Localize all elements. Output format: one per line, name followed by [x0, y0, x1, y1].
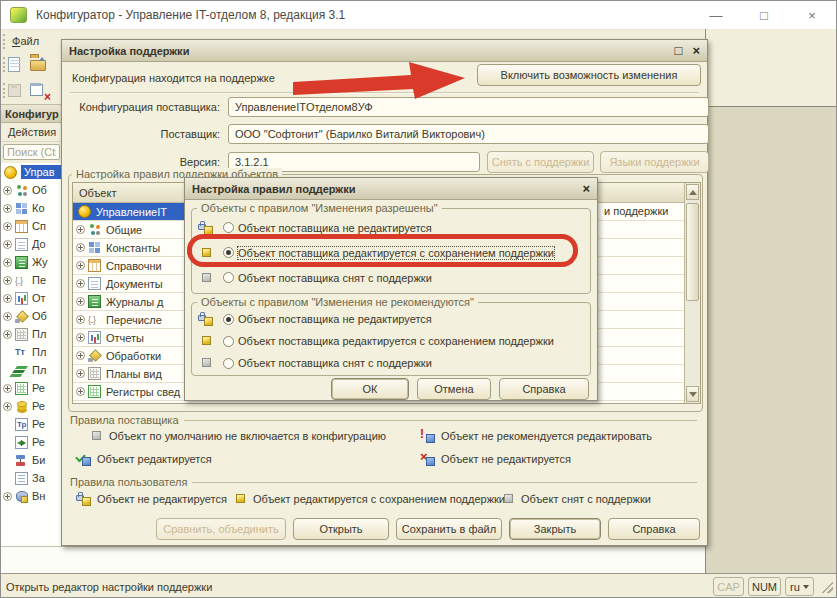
expand-icon[interactable]: [3, 186, 12, 195]
radio-option[interactable]: Объект поставщика редактируется с сохран…: [192, 330, 590, 352]
language-indicator[interactable]: ru: [785, 577, 814, 596]
sidebar-item-catalogs[interactable]: Сп: [1, 217, 61, 235]
sidebar-item-reg-info[interactable]: Ре: [1, 379, 61, 397]
radio-option[interactable]: Объект поставщика снят с поддержки: [192, 265, 590, 290]
cancel-button[interactable]: Отмена: [417, 378, 491, 400]
window-title: Конфигуратор - Управление IT-отделом 8, …: [36, 8, 345, 22]
compare-merge-button[interactable]: Сравнить, объединить: [156, 518, 286, 540]
expand-icon[interactable]: [76, 387, 85, 396]
radio-icon[interactable]: [223, 336, 234, 347]
save-to-file-button[interactable]: Сохранить в файл: [396, 518, 502, 540]
sidebar-item-journals[interactable]: Жу: [1, 253, 61, 271]
radio-icon[interactable]: [223, 222, 234, 233]
sidebar-item-plan-layers[interactable]: Пл: [1, 361, 61, 379]
scroll-down-button[interactable]: [686, 386, 699, 402]
toolbar-grip[interactable]: [3, 57, 5, 72]
dialog-close-button[interactable]: ×: [582, 182, 590, 195]
toolbar-grip[interactable]: [3, 83, 5, 98]
help-button[interactable]: Справка: [499, 378, 589, 400]
close-dialog-button[interactable]: Закрыть: [509, 518, 601, 540]
expand-icon[interactable]: [76, 369, 85, 378]
help-button[interactable]: Справка: [608, 518, 700, 540]
expand-icon[interactable]: [3, 204, 12, 213]
sidebar-item-root[interactable]: Управ: [1, 163, 61, 181]
maximize-button[interactable]: □: [740, 1, 788, 29]
radio-option[interactable]: Объект поставщика редактируется с сохран…: [192, 240, 590, 265]
sidebar-item-reports[interactable]: От: [1, 289, 61, 307]
dialog-titlebar[interactable]: Настройка правил поддержки ×: [185, 178, 597, 200]
expand-icon[interactable]: [76, 297, 85, 306]
sidebar-item-constants[interactable]: Ко: [1, 199, 61, 217]
sidebar-item-plans[interactable]: Пл: [1, 325, 61, 343]
expand-icon[interactable]: [3, 276, 12, 285]
support-languages-button[interactable]: Языки поддержки: [600, 151, 709, 173]
sidebar-item-reg-acct[interactable]: Ре: [1, 433, 61, 451]
ok-button[interactable]: ОК: [331, 378, 409, 400]
open-button[interactable]: [30, 57, 47, 72]
toolbar-grip[interactable]: [3, 34, 5, 49]
sidebar-item-ext-datasources[interactable]: Вн: [1, 487, 61, 505]
menu-file[interactable]: Файл: [8, 34, 43, 48]
sidebar-item-documents[interactable]: До: [1, 235, 61, 253]
expand-icon[interactable]: [3, 384, 12, 393]
sidebar-item-reg-accum[interactable]: Ре: [1, 397, 61, 415]
sidebar-item-reg-calc[interactable]: Ре: [1, 415, 61, 433]
sidebar-item-tasks[interactable]: За: [1, 469, 61, 487]
sidebar-item-label: До: [32, 238, 46, 250]
open-folder-icon: [30, 60, 46, 71]
close-button[interactable]: ×: [788, 1, 836, 29]
expand-icon[interactable]: [3, 492, 12, 501]
vendor-config-field[interactable]: УправлениеITОтделом8УФ: [228, 97, 709, 117]
sidebar-item-common[interactable]: Об: [1, 181, 61, 199]
vendor-field[interactable]: ООО "Софтонит" (Барилко Виталий Викторов…: [228, 124, 709, 144]
report-icon: [15, 292, 28, 305]
minimize-button[interactable]: —: [692, 1, 740, 29]
expand-icon[interactable]: [3, 258, 12, 267]
scroll-up-button[interactable]: [686, 184, 699, 200]
radio-option[interactable]: Объект поставщика не редактируется: [192, 308, 590, 330]
dialog-maximize-button[interactable]: □: [675, 44, 683, 57]
save-button[interactable]: [8, 83, 25, 98]
expand-icon[interactable]: [3, 402, 12, 411]
triangle-down-icon: [689, 392, 697, 401]
caption-text: Правила пользователя: [70, 476, 187, 488]
expand-icon[interactable]: [76, 243, 85, 252]
expand-icon[interactable]: [3, 330, 12, 339]
legend-label: Объект снят с поддержки: [521, 493, 651, 505]
radio-option[interactable]: Объект поставщика снят с поддержки: [192, 352, 590, 374]
radio-option[interactable]: Объект поставщика не редактируется: [192, 215, 590, 240]
scrollbar-thumb[interactable]: [686, 203, 699, 301]
resize-grip[interactable]: [820, 580, 833, 593]
close-configuration-button[interactable]: [30, 83, 47, 98]
expand-icon[interactable]: [3, 312, 12, 321]
expand-icon[interactable]: [76, 279, 85, 288]
sidebar-item-dataprocessors[interactable]: Об: [1, 307, 61, 325]
expand-icon[interactable]: [3, 240, 12, 249]
expand-icon[interactable]: [76, 351, 85, 360]
dialog-titlebar[interactable]: Настройка поддержки □ ×: [62, 40, 707, 62]
expand-icon[interactable]: [76, 315, 85, 324]
vertical-scrollbar[interactable]: [684, 183, 700, 403]
radio-icon[interactable]: [223, 247, 234, 258]
expand-icon[interactable]: [76, 261, 85, 270]
actions-menu-button[interactable]: Действия: [1, 123, 61, 142]
sidebar-item-plan-chars[interactable]: Пл: [1, 343, 61, 361]
sidebar-item-enums[interactable]: Пе: [1, 271, 61, 289]
radio-icon[interactable]: [223, 314, 234, 325]
enable-changes-button[interactable]: Включить возможность изменения: [477, 64, 701, 86]
radio-icon[interactable]: [223, 358, 234, 369]
plan-layers-icon: [15, 364, 28, 377]
remove-support-button[interactable]: Снять с поддержки: [487, 151, 594, 173]
enum-icon: [88, 313, 101, 326]
search-input[interactable]: [3, 144, 60, 160]
expand-icon[interactable]: [3, 222, 12, 231]
open-button-footer[interactable]: Открыть: [293, 518, 389, 540]
dialog-close-button[interactable]: ×: [692, 44, 700, 57]
chevron-down-icon: [803, 585, 809, 592]
expand-icon[interactable]: [76, 225, 85, 234]
expand-icon[interactable]: [3, 294, 12, 303]
sidebar-item-business-process[interactable]: Би: [1, 451, 61, 469]
radio-icon[interactable]: [223, 272, 234, 283]
expand-icon[interactable]: [76, 333, 85, 342]
new-document-button[interactable]: [8, 57, 25, 72]
